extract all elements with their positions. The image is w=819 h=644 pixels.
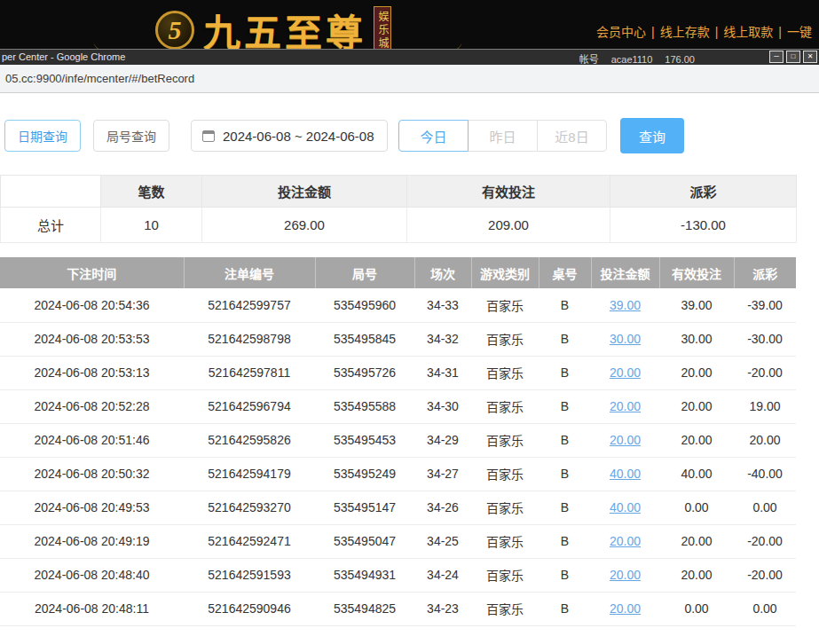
close-button[interactable]: ✕ [803, 51, 817, 63]
records-cell: 0.00 [659, 592, 734, 625]
records-cell: 34-30 [414, 389, 471, 423]
records-cell: 34-26 [414, 491, 471, 524]
maximize-button[interactable]: □ [786, 51, 800, 63]
records-cell: 521642595826 [184, 423, 315, 457]
bet-amount-link[interactable]: 20.00 [610, 365, 641, 380]
quick-range-button[interactable]: 今日 [398, 120, 469, 152]
records-cell: 百家乐 [471, 592, 539, 625]
nav-link[interactable]: 一键 [787, 25, 812, 39]
records-cell: 百家乐 [471, 423, 539, 457]
records-cell: 521642599757 [184, 288, 315, 322]
records-cell: -40.00 [734, 457, 796, 491]
records-cell: 百家乐 [471, 389, 539, 423]
records-cell: 521642592471 [184, 524, 315, 558]
records-cell: 521642593270 [184, 491, 315, 524]
nav-link[interactable]: 线上存款 [660, 25, 710, 39]
table-row: 2024-06-08 20:49:53521642593270535495147… [0, 491, 796, 524]
records-cell: B [539, 356, 591, 389]
bet-amount-link[interactable]: 20.00 [610, 534, 641, 548]
records-cell: 百家乐 [471, 457, 539, 491]
records-cell: 521642594179 [184, 457, 315, 491]
records-header-cell: 游戏类别 [471, 257, 539, 288]
bet-amount-link[interactable]: 20.00 [610, 601, 641, 616]
records-cell: 百家乐 [471, 524, 539, 558]
summary-cell: 269.00 [202, 208, 407, 243]
bet-amount-link[interactable]: 39.00 [610, 298, 641, 312]
records-cell: 2024-06-08 20:48:11 [0, 592, 184, 625]
records-cell: 535495453 [315, 423, 414, 457]
quick-range-button[interactable]: 近8日 [537, 120, 607, 152]
records-cell: 535495726 [315, 356, 414, 389]
summary-header-cell: 派彩 [610, 176, 797, 208]
search-button[interactable]: 查询 [620, 118, 684, 153]
bet-amount-link[interactable]: 40.00 [610, 500, 641, 514]
records-header-cell: 桌号 [539, 257, 591, 288]
records-cell: 521642590946 [184, 592, 315, 625]
records-cell: 2024-06-08 20:49:53 [0, 491, 184, 524]
minimize-button[interactable]: ─ [769, 51, 784, 63]
table-row: 2024-06-08 20:51:46521642595826535495453… [0, 423, 796, 457]
records-cell: 百家乐 [471, 558, 539, 592]
bet-amount-link[interactable]: 20.00 [610, 399, 641, 413]
records-cell: 535495960 [315, 288, 414, 322]
records-cell: 20.00 [659, 389, 734, 423]
nav-link[interactable]: 线上取款 [723, 25, 773, 39]
records-cell: 0.00 [659, 491, 734, 524]
date-range-input[interactable]: 2024-06-08 ~ 2024-06-08 [191, 120, 388, 152]
records-cell: B [539, 592, 591, 625]
table-row: 2024-06-08 20:52:28521642596794535495588… [0, 389, 796, 423]
records-cell: 0.00 [734, 491, 796, 524]
records-cell: -20.00 [734, 558, 796, 592]
filter-tab[interactable]: 日期查询 [4, 120, 81, 152]
records-cell: B [539, 389, 591, 423]
records-cell: 百家乐 [471, 322, 539, 356]
records-cell: -20.00 [734, 524, 796, 558]
nav-separator: | [778, 25, 782, 39]
browser-title-bar: per Center - Google Chrome 帐号acae1110176… [0, 49, 819, 65]
records-cell: 521642598798 [184, 322, 315, 356]
summary-cell: -130.00 [610, 208, 797, 243]
summary-header-cell [1, 176, 101, 208]
calendar-icon [202, 130, 215, 142]
nav-link[interactable]: 会员中心 [596, 25, 646, 39]
bet-amount-link[interactable]: 20.00 [610, 568, 641, 582]
bet-amount-link[interactable]: 20.00 [610, 433, 641, 447]
records-cell: 521642596794 [184, 389, 315, 423]
bet-amount-link[interactable]: 30.00 [610, 332, 641, 346]
records-cell: B [539, 457, 591, 491]
records-cell: 0.00 [734, 592, 796, 625]
summary-header-row: 笔数投注金额有效投注派彩 [1, 176, 797, 208]
records-cell: 20.00 [591, 356, 659, 389]
browser-address-bar[interactable]: 05.cc:9900/infe/mcenter/#/betRecord [0, 65, 819, 93]
records-cell: 20.00 [591, 524, 659, 558]
summary-cell: 209.00 [407, 208, 610, 243]
logo-badge: 娱乐城 [374, 6, 391, 55]
nav-separator: | [715, 25, 719, 39]
records-cell: 百家乐 [471, 356, 539, 389]
summary-header-cell: 笔数 [101, 176, 202, 208]
filter-tab[interactable]: 局号查询 [93, 120, 169, 152]
records-cell: 20.00 [659, 558, 734, 592]
account-info: 帐号acae1110176.00 [567, 51, 695, 66]
records-cell: 34-25 [414, 524, 471, 558]
table-row: 2024-06-08 20:50:32521642594179535495249… [0, 457, 796, 491]
records-cell: B [539, 491, 591, 524]
records-cell: 34-33 [414, 288, 471, 322]
quick-range-button[interactable]: 昨日 [468, 120, 538, 152]
records-cell: 20.00 [659, 524, 734, 558]
records-cell: 34-24 [414, 558, 471, 592]
records-cell: 百家乐 [471, 288, 539, 322]
bet-amount-link[interactable]: 40.00 [610, 467, 641, 481]
summary-header-cell: 投注金额 [202, 176, 407, 208]
records-cell: 2024-06-08 20:52:28 [0, 389, 184, 423]
window-controls: ─□✕ [769, 51, 817, 63]
account-fragment: acae1110 [611, 54, 653, 65]
records-header-cell: 场次 [414, 257, 471, 288]
records-cell: 20.00 [734, 423, 796, 457]
records-cell: B [539, 558, 591, 592]
casino-site-header: 5 九五至尊 娱乐城 会员中心|线上存款|线上取款|一键 [0, 0, 819, 49]
records-cell: 535494825 [315, 592, 414, 625]
site-nav: 会员中心|线上存款|线上取款|一键 [591, 22, 817, 40]
bet-records-table: 下注时间注单编号局号场次游戏类别桌号投注金额有效投注派彩 2024-06-08 … [0, 257, 796, 626]
records-cell: 535495147 [315, 491, 414, 524]
